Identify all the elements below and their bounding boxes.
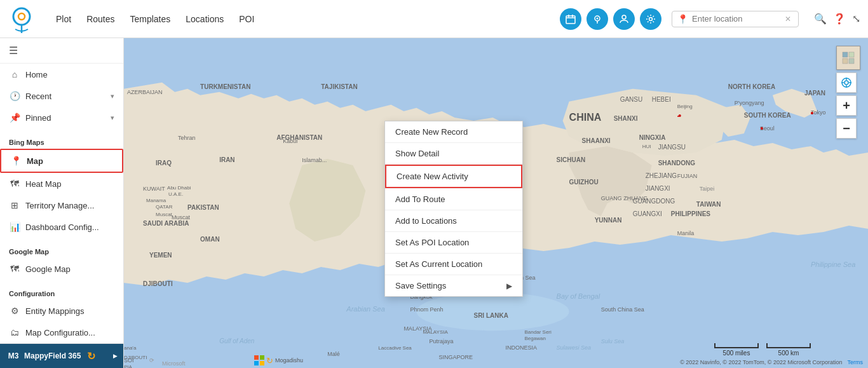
location-search-bar[interactable]: 📍 ✕ bbox=[672, 11, 799, 27]
pin-icon: 📌 bbox=[9, 112, 20, 123]
context-add-to-route[interactable]: Add To Route bbox=[385, 189, 522, 210]
svg-text:Sulu Sea: Sulu Sea bbox=[601, 338, 625, 344]
current-location-btn[interactable] bbox=[836, 72, 857, 93]
context-add-to-locations[interactable]: Add to Locations bbox=[385, 210, 522, 231]
location-pin-icon-btn[interactable] bbox=[587, 8, 608, 30]
expand-icon[interactable]: ⤡ bbox=[852, 13, 860, 25]
scale-label-miles: 500 miles bbox=[723, 350, 750, 357]
nav-poi[interactable]: POI bbox=[239, 14, 254, 24]
svg-text:Putrajaya: Putrajaya bbox=[429, 338, 453, 344]
sidebar-item-dashboard[interactable]: 📊 Dashboard Config... bbox=[0, 216, 123, 238]
calendar-icon-btn[interactable] bbox=[560, 8, 581, 30]
svg-rect-103 bbox=[843, 52, 848, 57]
svg-text:SOI: SOI bbox=[124, 357, 134, 364]
svg-rect-102 bbox=[260, 361, 264, 365]
zoom-in-btn[interactable]: + bbox=[836, 95, 857, 116]
sidebar-item-home[interactable]: ⌂ Home bbox=[0, 64, 123, 85]
terms-link[interactable]: Terms bbox=[848, 359, 864, 365]
header-utility-icons: 🔍 ❓ ⤡ bbox=[814, 13, 860, 25]
context-create-new-activity[interactable]: Create New Activity bbox=[385, 165, 522, 188]
nav-templates[interactable]: Templates bbox=[130, 14, 170, 24]
svg-text:Manila: Manila bbox=[677, 230, 695, 236]
context-show-detail[interactable]: Show Detail bbox=[385, 143, 522, 164]
recent-chevron-icon: ▾ bbox=[111, 92, 114, 100]
location-target-icon bbox=[841, 77, 852, 88]
googlemap-icon: 🗺 bbox=[9, 264, 20, 274]
mappyfield-label: MappyField 365 bbox=[24, 351, 81, 360]
scale-bar-miles: 500 miles bbox=[714, 343, 759, 357]
svg-text:AZERBAIJAN: AZERBAIJAN bbox=[127, 89, 163, 95]
svg-rect-105 bbox=[843, 58, 848, 64]
sidebar-pinned-label: Pinned bbox=[25, 113, 51, 123]
sidebar-googlemap-label: Google Map bbox=[25, 264, 71, 274]
sidebar-item-googlemap[interactable]: 🗺 Google Map bbox=[0, 258, 123, 280]
config-section-label: Configuration bbox=[0, 285, 123, 300]
context-set-as-current[interactable]: Set As Current Location bbox=[385, 254, 522, 275]
sidebar-entity-label: Entity Mappings bbox=[25, 306, 85, 316]
google-map-section-label: Google Map bbox=[0, 243, 123, 258]
pinned-chevron-icon: ▾ bbox=[111, 114, 114, 122]
refresh-icon[interactable]: ↻ bbox=[87, 350, 95, 362]
map-thumbnail-btn[interactable] bbox=[836, 46, 860, 70]
svg-text:Bay of Bengal: Bay of Bengal bbox=[557, 292, 600, 300]
sidebar-item-territory[interactable]: ⊞ Territory Manage... bbox=[0, 194, 123, 216]
sidebar-item-recent[interactable]: 🕐 Recent ▾ bbox=[0, 85, 123, 107]
location-search-input[interactable] bbox=[692, 14, 781, 24]
svg-text:TAJIKISTAN: TAJIKISTAN bbox=[321, 83, 357, 90]
sidebar-dashboard-label: Dashboard Config... bbox=[25, 222, 99, 232]
sidebar-item-mapconfig[interactable]: 🗂 Map Configuratio... bbox=[0, 322, 123, 343]
svg-text:P'yongyang: P'yongyang bbox=[735, 100, 764, 106]
sidebar: ☰ ⌂ Home 🕐 Recent ▾ 📌 Pinned ▾ Bing Maps… bbox=[0, 38, 124, 368]
search-icon[interactable]: 🔍 bbox=[814, 13, 827, 25]
scale-label-km: 500 km bbox=[778, 350, 799, 357]
dashboard-icon: 📊 bbox=[9, 222, 20, 232]
context-create-new-record[interactable]: Create New Record bbox=[385, 121, 522, 142]
gear-icon-btn[interactable] bbox=[640, 8, 661, 30]
svg-rect-100 bbox=[260, 355, 264, 360]
nav-routes[interactable]: Routes bbox=[86, 14, 114, 24]
person-icon-btn[interactable] bbox=[613, 8, 635, 30]
home-icon: ⌂ bbox=[9, 69, 20, 79]
svg-text:SHAANXI: SHAANXI bbox=[582, 137, 611, 144]
svg-text:Kabul: Kabul bbox=[283, 138, 297, 144]
svg-text:DJIBOUTI: DJIBOUTI bbox=[143, 280, 173, 287]
map-area[interactable]: Bay of Bengal Philippine Sea Arabian Sea… bbox=[124, 38, 868, 368]
svg-text:FUJIAN: FUJIAN bbox=[677, 173, 698, 179]
svg-point-0 bbox=[13, 8, 30, 25]
svg-text:PAKISTAN: PAKISTAN bbox=[187, 204, 219, 211]
sidebar-item-map[interactable]: 📍 Map bbox=[0, 149, 123, 173]
svg-text:Beijing: Beijing bbox=[677, 104, 693, 109]
sidebar-item-pinned[interactable]: 📌 Pinned ▾ bbox=[0, 107, 123, 128]
mappyfield-bottom-bar[interactable]: M3 MappyField 365 ↻ ▸ bbox=[0, 343, 123, 368]
svg-text:Arabian Sea: Arabian Sea bbox=[346, 305, 385, 313]
sidebar-heatmap-label: Heat Map bbox=[25, 179, 61, 189]
clear-search-icon[interactable]: ✕ bbox=[785, 15, 791, 24]
scale-bar-km: 500 km bbox=[766, 343, 811, 357]
svg-text:INDONESIA: INDONESIA bbox=[506, 344, 538, 351]
help-icon[interactable]: ❓ bbox=[833, 13, 846, 25]
svg-text:Muscat: Muscat bbox=[156, 212, 173, 217]
context-save-settings[interactable]: Save Settings ▶ bbox=[385, 275, 522, 296]
svg-text:ana'a: ana'a bbox=[124, 345, 137, 351]
hamburger-menu[interactable]: ☰ bbox=[0, 38, 123, 64]
svg-text:MALAYSIA: MALAYSIA bbox=[423, 329, 448, 335]
svg-text:HUI: HUI bbox=[642, 144, 651, 149]
svg-text:SOUTH KOREA: SOUTH KOREA bbox=[744, 112, 791, 119]
sidebar-item-entity[interactable]: ⚙ Entity Mappings bbox=[0, 300, 123, 322]
nav-locations[interactable]: Locations bbox=[186, 14, 224, 24]
sidebar-home-label: Home bbox=[25, 70, 48, 79]
svg-text:OMAN: OMAN bbox=[200, 236, 220, 243]
svg-text:SHANDONG: SHANDONG bbox=[658, 160, 696, 167]
sidebar-item-heatmap[interactable]: 🗺 Heat Map bbox=[0, 173, 123, 194]
sidebar-mapconfig-label: Map Configuratio... bbox=[25, 328, 95, 337]
map-thumbnail-icon bbox=[842, 51, 855, 64]
mapconfig-icon: 🗂 bbox=[9, 327, 20, 337]
svg-text:Sulawesi Sea: Sulawesi Sea bbox=[557, 344, 592, 351]
bing-refresh-icon: ↻ bbox=[266, 356, 273, 365]
nav-plot[interactable]: Plot bbox=[56, 14, 71, 24]
svg-text:KUWAIT: KUWAIT bbox=[143, 186, 165, 192]
context-set-as-poi[interactable]: Set As POI Location bbox=[385, 232, 522, 253]
zoom-out-btn[interactable]: − bbox=[836, 118, 857, 139]
entity-icon: ⚙ bbox=[9, 306, 20, 316]
sidebar-map-label: Map bbox=[27, 156, 43, 166]
